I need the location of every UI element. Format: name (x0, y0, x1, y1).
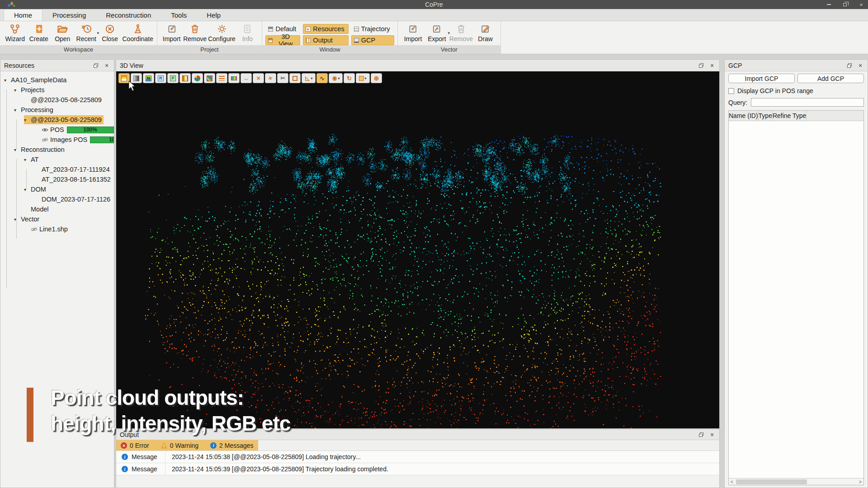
gcp-table-body[interactable] (729, 121, 863, 478)
close-panel-icon[interactable]: × (857, 62, 864, 69)
float-panel-icon[interactable] (92, 62, 99, 69)
tree-item-sampledata[interactable]: AA10_SampleData (0, 75, 114, 85)
close-button[interactable]: Close (99, 23, 122, 42)
pan-button[interactable] (241, 73, 252, 83)
tab-errors[interactable]: 0 Error (121, 442, 149, 449)
tree-expander-icon[interactable] (24, 117, 31, 122)
measure-button[interactable] (302, 73, 316, 83)
viewer-viewport[interactable] (116, 71, 719, 428)
import-project-button[interactable]: Import (161, 23, 182, 42)
tree-expander-icon[interactable] (14, 88, 21, 93)
visibility-eye-icon[interactable] (31, 227, 39, 232)
import-vector-button[interactable]: Import (401, 23, 425, 42)
gcp-column-header[interactable]: Name (ID) (729, 111, 759, 121)
color-wheel-button[interactable] (192, 73, 203, 83)
close-panel-icon[interactable]: × (103, 62, 110, 69)
draw-button[interactable]: Draw (474, 23, 497, 42)
tab-home[interactable]: Home (4, 9, 42, 21)
tree-item-images-pos[interactable]: Images POS 100 (0, 135, 114, 145)
add-gcp-button[interactable]: Add GCP (797, 74, 864, 83)
gcp-column-header[interactable]: Refine Type (773, 111, 807, 121)
configure-button[interactable]: Configure (208, 23, 236, 42)
gcp-horizontal-scrollbar[interactable]: < > (729, 478, 863, 485)
import-gcp-button[interactable]: Import GCP (728, 74, 795, 83)
classify-edit-button[interactable] (204, 73, 215, 83)
remove-vector-button[interactable]: Remove (449, 23, 473, 42)
locate-target-button[interactable] (371, 73, 382, 83)
tree-item-dom[interactable]: DOM (0, 184, 114, 194)
visibility-eye-icon[interactable] (42, 137, 50, 142)
color-by-height-button[interactable] (118, 73, 130, 83)
restore-button[interactable] (842, 1, 848, 8)
colorbar-button[interactable] (228, 73, 240, 83)
toggle-resources[interactable]: Resources (303, 24, 348, 34)
tree-expander-icon[interactable] (14, 147, 21, 152)
color-by-normal-button[interactable] (143, 73, 154, 83)
color-by-pos-button[interactable] (167, 73, 179, 83)
scroll-left-icon[interactable]: < (729, 479, 735, 484)
info-button[interactable]: Info (237, 23, 258, 42)
crop-button[interactable] (289, 73, 301, 83)
toggle-output[interactable]: Output (303, 35, 348, 45)
scrollbar-thumb[interactable] (736, 479, 807, 484)
color-by-rgb-button[interactable] (155, 73, 166, 83)
tree-item-at-2[interactable]: AT_2023-08-15-161352 (0, 174, 114, 184)
tab-tools[interactable]: Tools (161, 9, 197, 21)
coordinate-button[interactable]: Coordinate (123, 23, 154, 42)
volume-button[interactable] (356, 73, 370, 83)
display-settings-button[interactable] (216, 73, 227, 83)
cut-vertical-button[interactable] (265, 73, 276, 83)
output-message-row[interactable]: Message 2023-11-24 15:05:38 [@@2023-05-0… (116, 451, 719, 463)
color-by-thermo-button[interactable] (179, 73, 191, 83)
visibility-button[interactable] (329, 73, 343, 83)
tree-item-model[interactable]: Model (0, 204, 114, 214)
tab-processing[interactable]: Processing (42, 9, 96, 21)
float-panel-icon[interactable] (698, 62, 705, 69)
point-cloud-canvas[interactable] (116, 71, 719, 428)
close-panel-icon[interactable]: × (708, 431, 716, 438)
tree-item-processing[interactable]: Processing (0, 105, 114, 115)
tab-reconstruction[interactable]: Reconstruction (96, 9, 161, 21)
cut-horizontal-button[interactable] (253, 73, 264, 83)
tree-item-project-entry[interactable]: @@2023-05-08-225809 (0, 95, 114, 105)
create-button[interactable]: Create (28, 23, 51, 42)
wizard-button[interactable]: Wizard (4, 23, 27, 42)
tree-item-vector[interactable]: Vector (0, 214, 114, 224)
tree-item-reconstruction[interactable]: Reconstruction (0, 145, 114, 155)
recent-button[interactable]: Recent (75, 23, 98, 42)
float-panel-icon[interactable] (846, 62, 853, 69)
tree-item-at-1[interactable]: AT_2023-07-17-111924 (0, 164, 114, 174)
rotate-3d-button[interactable] (344, 73, 355, 83)
close-window-button[interactable]: × (858, 1, 864, 8)
clip-button[interactable] (277, 73, 288, 83)
tree-expander-icon[interactable] (24, 157, 31, 162)
tree-expander-icon[interactable] (4, 78, 11, 83)
toggle-gcp[interactable]: GCP (351, 35, 394, 45)
tree-item-line1[interactable]: Line1.shp (0, 224, 114, 234)
toggle-trajectory[interactable]: Trajectory (351, 24, 394, 34)
remove-project-button[interactable]: Remove (183, 23, 207, 42)
tree-item-pos[interactable]: POS 100% (0, 125, 114, 135)
close-panel-icon[interactable]: × (708, 62, 716, 69)
visibility-eye-icon[interactable] (42, 127, 50, 132)
minimize-button[interactable] (826, 1, 832, 8)
output-message-row[interactable]: Message 2023-11-24 15:05:39 [@@2023-05-0… (116, 463, 719, 475)
display-gcp-checkbox[interactable] (728, 88, 734, 94)
export-vector-button[interactable]: Export (425, 23, 448, 42)
tab-warnings[interactable]: 0 Warning (161, 442, 198, 449)
toggle-default[interactable]: Default (265, 24, 300, 34)
tab-messages[interactable]: 2 Messages (210, 442, 253, 449)
gcp-column-header[interactable]: Type (759, 111, 773, 121)
tree-expander-icon[interactable] (14, 108, 21, 113)
scroll-right-icon[interactable]: > (857, 479, 863, 484)
color-by-intensity-button[interactable] (131, 73, 142, 83)
tree-expander-icon[interactable] (24, 187, 31, 192)
tree-item-at[interactable]: AT (0, 155, 114, 164)
polyline-button[interactable] (316, 73, 328, 83)
tree-expander-icon[interactable] (14, 217, 21, 222)
toggle-3dview[interactable]: 3D View (265, 35, 300, 45)
query-input[interactable] (751, 98, 864, 107)
float-panel-icon[interactable] (698, 431, 705, 438)
tab-help[interactable]: Help (197, 9, 231, 21)
tree-item-dom-1[interactable]: DOM_2023-07-17-1126 (0, 194, 114, 204)
